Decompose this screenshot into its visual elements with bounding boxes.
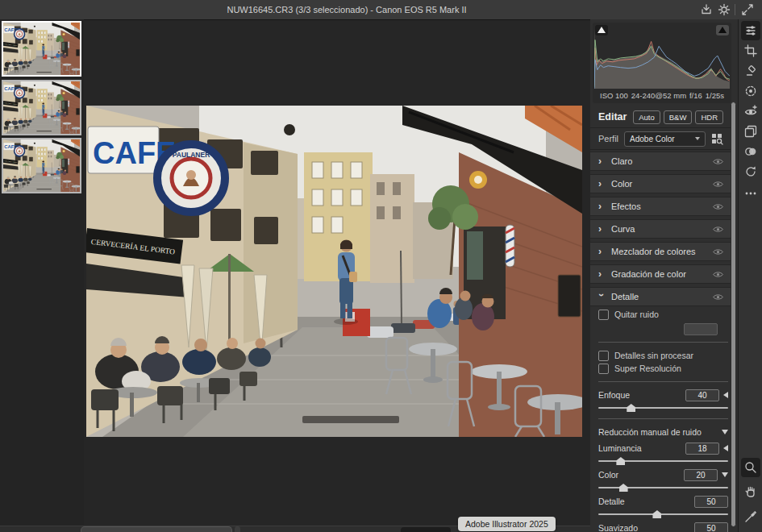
eye-icon[interactable] — [713, 203, 723, 210]
detail-nr-slider[interactable] — [598, 509, 728, 518]
eye-icon[interactable] — [713, 271, 723, 278]
profile-row: Perfil Adobe Color — [590, 128, 731, 150]
bw-button[interactable]: B&W — [664, 110, 693, 124]
section-label: Gradación de color — [611, 269, 706, 279]
eye-icon[interactable] — [713, 248, 723, 256]
red-eye-icon[interactable] — [744, 105, 757, 118]
auto-button[interactable]: Auto — [633, 110, 660, 124]
collapse-down-icon[interactable] — [722, 430, 728, 434]
zoom-tool-icon[interactable] — [744, 461, 757, 474]
dock-item[interactable] — [235, 526, 240, 532]
detail-nr-value[interactable]: 50 — [694, 496, 728, 508]
divider — [598, 381, 728, 382]
manual-nr-header[interactable]: Reducción manual de ruido — [598, 426, 728, 438]
fullscreen-icon[interactable] — [741, 3, 754, 16]
color-nr-value[interactable]: 20 — [684, 469, 718, 481]
versions-icon[interactable] — [744, 165, 757, 178]
chevron-down-icon — [695, 137, 700, 140]
color-nr-row: Color 20 — [598, 468, 728, 481]
chevron-right-icon: › — [598, 156, 605, 166]
histogram: ISO 100 24-240@52 mm f/16 1/25s — [593, 23, 731, 103]
panel-scrollbar[interactable] — [731, 102, 736, 527]
export-icon[interactable] — [700, 3, 713, 16]
dock-item[interactable] — [81, 526, 232, 532]
slider-thumb[interactable] — [627, 404, 635, 412]
thumbnail-2[interactable] — [2, 80, 81, 135]
slider-track[interactable] — [598, 487, 728, 488]
slider-track[interactable] — [598, 407, 728, 409]
titlebar: NUW16645.CR3 (3/3 seleccionado) - Canon … — [0, 0, 762, 20]
main-photo-preview[interactable] — [86, 106, 582, 437]
hdr-button[interactable]: HDR — [695, 110, 723, 124]
denoise-checkbox[interactable] — [598, 310, 609, 320]
color-nr-slider[interactable] — [598, 483, 728, 492]
section-gradacion[interactable]: › Gradación de color — [590, 264, 731, 284]
edit-panel: ISO 100 24-240@52 mm f/16 1/25s Editar A… — [590, 19, 738, 532]
eye-icon[interactable] — [713, 158, 723, 165]
super-resolution-row: Super Resolución — [598, 362, 728, 375]
luminance-slider[interactable] — [598, 456, 728, 465]
tool-column — [738, 19, 762, 532]
exif-shutter: 1/25s — [706, 91, 724, 100]
manual-nr-label: Reducción manual de ruido — [598, 427, 722, 437]
raw-details-checkbox[interactable] — [598, 351, 609, 361]
detail-nr-row: Detalle 50 — [598, 495, 728, 508]
section-curva[interactable]: › Curva — [590, 219, 731, 239]
mask-icon[interactable] — [744, 85, 757, 98]
slider-track[interactable] — [598, 513, 728, 515]
color-nr-label: Color — [598, 470, 680, 480]
section-efectos[interactable]: › Efectos — [590, 197, 731, 216]
histogram-curves — [594, 24, 730, 89]
section-label: Detalle — [611, 292, 706, 301]
raw-details-label: Detalles sin procesar — [614, 351, 693, 360]
luminance-label: Luminancia — [598, 443, 681, 453]
super-resolution-label: Super Resolución — [614, 364, 681, 373]
hand-tool-icon[interactable] — [744, 485, 757, 498]
chevron-down-icon: › — [597, 293, 606, 300]
chevron-right-icon: › — [598, 224, 605, 234]
collapse-left-icon[interactable] — [723, 445, 728, 451]
eye-icon[interactable] — [713, 181, 723, 188]
dock-item[interactable] — [401, 527, 451, 532]
section-color[interactable]: › Color — [590, 174, 731, 193]
edit-header: Editar Auto B&W HDR — [590, 106, 731, 128]
edit-sliders-icon[interactable] — [744, 24, 757, 37]
collapse-left-icon[interactable] — [723, 392, 728, 398]
profile-browser-icon[interactable] — [711, 133, 723, 145]
smoothness-label: Suavizado — [598, 523, 690, 532]
thumbnail-3[interactable] — [2, 138, 81, 193]
eye-icon[interactable] — [713, 226, 723, 233]
section-detalle-header[interactable]: › Detalle — [590, 287, 731, 306]
eye-icon[interactable] — [713, 293, 723, 301]
slider-thumb[interactable] — [652, 510, 661, 518]
super-resolution-checkbox[interactable] — [598, 364, 609, 374]
chevron-right-icon: › — [598, 269, 605, 279]
crop-icon[interactable] — [744, 44, 757, 57]
smoothness-value[interactable]: 50 — [694, 522, 728, 532]
exif-aperture: f/16 — [689, 91, 702, 100]
heal-icon[interactable] — [744, 64, 757, 77]
luminance-row: Luminancia 18 — [598, 442, 728, 455]
profile-value: Adobe Color — [630, 135, 675, 143]
sharpen-row: Enfoque 40 — [598, 389, 728, 401]
settings-gear-icon[interactable] — [718, 3, 731, 16]
slider-thumb[interactable] — [616, 457, 625, 465]
presets-icon[interactable] — [744, 125, 757, 138]
eyedropper-icon[interactable] — [744, 510, 757, 523]
section-claro[interactable]: › Claro — [590, 152, 731, 171]
divider — [598, 342, 728, 343]
thumbnail-1[interactable] — [2, 21, 81, 77]
slider-thumb[interactable] — [619, 484, 628, 492]
edit-title: Editar — [598, 111, 627, 123]
collapse-down-icon[interactable] — [722, 472, 728, 477]
section-mezclador[interactable]: › Mezclador de colores — [590, 242, 731, 261]
sharpen-slider[interactable] — [598, 403, 728, 412]
denoise-amount-box — [684, 323, 718, 335]
smoothness-row: Suavizado 50 — [598, 522, 728, 532]
profile-select[interactable]: Adobe Color — [624, 131, 706, 147]
raw-details-row: Detalles sin procesar — [598, 349, 728, 362]
luminance-value[interactable]: 18 — [685, 443, 719, 455]
more-options-icon[interactable] — [744, 187, 757, 200]
profiles-icon[interactable] — [744, 145, 757, 158]
sharpen-value[interactable]: 40 — [685, 389, 719, 401]
